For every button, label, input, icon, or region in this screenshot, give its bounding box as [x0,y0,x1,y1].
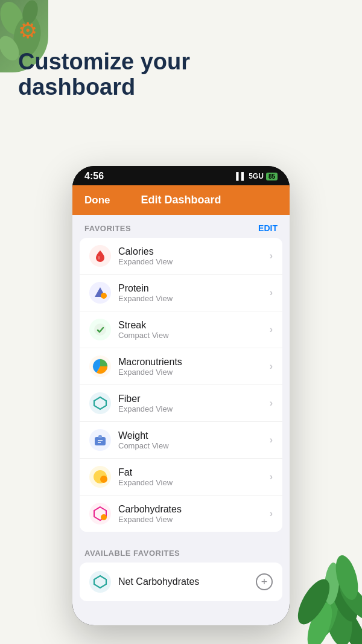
status-time: 4:56 [84,171,104,182]
chevron-icon: › [270,435,273,445]
chevron-icon: › [270,324,273,335]
svg-rect-11 [98,435,102,438]
fat-subtitle: Expanded View [118,478,270,487]
carbs-icon [89,503,111,524]
macro-subtitle: Expanded View [118,368,270,377]
nav-bar: Done Edit Dashboard [72,185,290,215]
svg-marker-18 [94,576,106,588]
list-item[interactable]: Weight Compact View › [80,422,282,459]
fiber-text: Fiber Expanded View [118,394,270,413]
fiber-icon [89,392,111,414]
network-label: 5GU [249,172,264,180]
favorites-header: FAVORITES EDIT [72,215,290,238]
add-button[interactable]: + [256,573,273,590]
weight-text: Weight Compact View [118,430,270,450]
calories-text: Calories Expanded View [118,246,270,266]
protein-icon [89,282,111,304]
streak-name: Streak [118,320,270,331]
favorites-list: Calories Expanded View › Protein Expande… [80,238,282,532]
list-item[interactable]: Streak Compact View › [80,311,282,348]
list-item[interactable]: Fiber Expanded View › [80,385,282,422]
weight-icon [89,429,111,451]
favorites-label: FAVORITES [84,224,131,233]
macro-icon [89,355,111,377]
net-carbs-icon [89,571,111,593]
status-icons: ▌▌ 5GU 85 [236,172,278,180]
macro-name: Macronutrients [118,357,270,368]
available-label: AVAILABLE FAVORITES [72,544,290,563]
weight-name: Weight [118,430,270,441]
calories-icon [89,245,111,267]
chevron-icon: › [270,508,273,519]
chevron-icon: › [270,287,273,298]
protein-name: Protein [118,283,270,294]
list-item[interactable]: Carbohydrates Expanded View › [80,496,282,532]
fiber-name: Fiber [118,394,270,404]
done-button[interactable]: Done [84,194,110,206]
calories-name: Calories [118,246,270,257]
list-item[interactable]: Fat Expanded View › [80,459,282,496]
signal-icon: ▌▌ [236,172,246,180]
phone-content: FAVORITES EDIT Calories Expanded View › [72,215,290,625]
svg-point-15 [100,476,107,483]
edit-button[interactable]: EDIT [258,223,278,233]
header-section: ⚙ Customize your dashboard [18,18,190,100]
svg-point-4 [98,256,100,260]
protein-subtitle: Expanded View [118,294,270,303]
fat-icon [89,466,111,488]
battery-indicator: 85 [266,173,278,180]
svg-marker-9 [94,397,106,409]
list-item[interactable]: Macronutrients Expanded View › [80,348,282,385]
streak-icon [89,319,111,340]
svg-rect-10 [95,437,106,445]
chevron-icon: › [270,471,273,482]
svg-point-17 [101,514,107,520]
macro-text: Macronutrients Expanded View [118,357,270,377]
carbs-subtitle: Expanded View [118,515,270,524]
list-item[interactable]: Protein Expanded View › [80,275,282,311]
calories-subtitle: Expanded View [118,257,270,266]
carbs-text: Carbohydrates Expanded View [118,504,270,524]
fiber-subtitle: Expanded View [118,404,270,413]
net-carbs-name: Net Carbohydrates [118,576,256,587]
available-favorites-section: AVAILABLE FAVORITES Net Carbohydrates + [72,544,290,601]
chevron-icon: › [270,250,273,261]
svg-point-7 [94,324,106,336]
chevron-icon: › [270,361,273,372]
streak-text: Streak Compact View [118,320,270,340]
page-title: Customize your dashboard [18,49,190,100]
phone-mockup: 4:56 ▌▌ 5GU 85 Done Edit Dashboard FAVOR… [72,166,290,625]
protein-text: Protein Expanded View [118,283,270,303]
nav-title: Edit Dashboard [141,194,221,206]
net-carbs-text: Net Carbohydrates [118,576,256,587]
gear-icon: ⚙ [18,18,190,43]
weight-subtitle: Compact View [118,441,270,450]
fat-text: Fat Expanded View [118,467,270,487]
svg-point-6 [101,293,107,299]
chevron-icon: › [270,398,273,409]
carbs-name: Carbohydrates [118,504,270,515]
status-bar: 4:56 ▌▌ 5GU 85 [72,166,290,185]
parsley-decoration [284,493,362,644]
list-item[interactable]: Calories Expanded View › [80,238,282,275]
fat-name: Fat [118,467,270,478]
net-carbs-item[interactable]: Net Carbohydrates + [80,563,282,601]
streak-subtitle: Compact View [118,331,270,340]
